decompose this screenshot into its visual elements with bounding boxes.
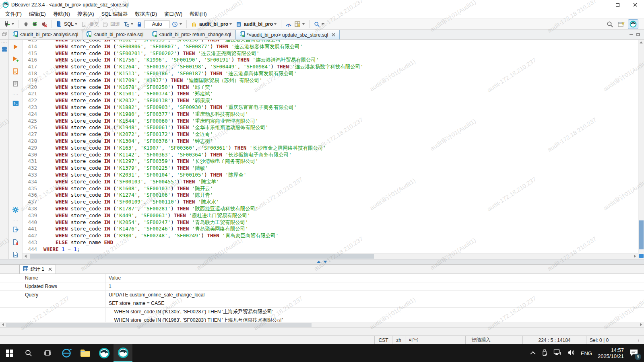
editor-vscrollbar[interactable] [638, 40, 644, 259]
result-row[interactable]: SET store_name = CASE [0, 299, 644, 308]
menu-item[interactable]: 数据库(D) [131, 11, 161, 18]
sql-dropdown-caret[interactable] [75, 23, 77, 25]
transaction-mode-icon[interactable] [122, 20, 130, 29]
editor-tab[interactable]: *<audit_bi_pro> update_sbz_store.sql [235, 30, 340, 39]
result-row[interactable]: WHEN store_code IN ('K1305', 'SF00287') … [0, 308, 644, 316]
connect-dropdown-caret[interactable] [12, 23, 14, 25]
database-caret[interactable] [274, 23, 277, 25]
scroll-right-icon[interactable] [634, 255, 636, 258]
user-avatar[interactable] [628, 19, 638, 29]
menu-item[interactable]: 窗口(W) [161, 11, 186, 18]
layout-caret[interactable] [302, 23, 305, 25]
internet-explorer-button[interactable] [57, 344, 76, 362]
menu-item[interactable]: 文件(F) [2, 11, 25, 18]
rollback-button[interactable]: 回滚 [109, 21, 121, 28]
database-navigator-icon[interactable] [1, 46, 8, 54]
restore-panel-icon[interactable] [2, 32, 7, 37]
notification-center-button[interactable]: 9 [630, 349, 638, 358]
scroll-up-icon[interactable] [640, 41, 643, 43]
hscroll-thumb[interactable] [30, 254, 374, 259]
lock-icon[interactable] [135, 20, 144, 29]
splitter-up-icon[interactable] [317, 261, 321, 263]
menu-item[interactable]: SQL 编辑器 [98, 11, 132, 18]
clock[interactable]: 14:57 2025/10/21 [598, 347, 624, 359]
connect-button[interactable] [2, 20, 11, 29]
sql-console-icon[interactable] [12, 101, 19, 107]
status-caret-position[interactable]: 224 : 5 : 14184 [522, 336, 586, 344]
splitter-down-icon[interactable] [323, 261, 327, 263]
search-icon[interactable] [605, 20, 614, 29]
execute-statement-icon[interactable] [12, 44, 19, 51]
task-view-button[interactable] [38, 344, 57, 362]
tab-statistics[interactable]: 统计 1 [19, 265, 56, 274]
execute-new-tab-icon[interactable] [12, 56, 19, 64]
disconnect-button[interactable] [22, 20, 31, 29]
result-name: Updated Rows [22, 282, 105, 290]
results-scroll-right-icon[interactable] [640, 323, 642, 326]
file-error-icon[interactable] [12, 239, 19, 247]
close-button[interactable] [626, 0, 644, 10]
explain-plan-icon[interactable] [12, 81, 19, 88]
usb-device-icon[interactable] [541, 349, 548, 358]
connection-caret[interactable] [229, 23, 232, 25]
maximize-view-icon[interactable] [636, 33, 640, 36]
results-hscrollbar[interactable] [0, 322, 644, 327]
menu-item[interactable]: 编辑(E) [25, 11, 50, 18]
transaction-dropdown-caret[interactable] [131, 23, 133, 25]
commit-mode-select[interactable]: Auto [144, 20, 169, 28]
export-result-icon[interactable] [12, 226, 19, 234]
file-explorer-button[interactable] [76, 344, 95, 362]
transaction-log-caret[interactable] [180, 23, 182, 25]
network-icon[interactable] [553, 349, 561, 357]
reconnect-button[interactable] [31, 20, 39, 29]
editor-tab[interactable]: <audit_bi_pro> return_change.sql [148, 30, 235, 39]
column-header-name[interactable]: Name [22, 274, 105, 282]
code-text: WHEN store_code IN ('SF00109', 'SF00110'… [43, 199, 219, 205]
input-language[interactable]: ENG [581, 350, 592, 356]
result-row[interactable]: Updated Rows1 [0, 282, 644, 291]
panel-splitter[interactable] [0, 259, 644, 265]
results-hscroll-thumb[interactable] [6, 323, 312, 327]
start-button[interactable] [0, 344, 19, 362]
quick-search-caret[interactable] [322, 23, 324, 25]
minimize-view-icon[interactable] [630, 34, 633, 35]
layout-grid-icon[interactable] [293, 20, 302, 29]
menu-item[interactable]: 搜索(A) [74, 11, 98, 18]
dbeaver-taskbar-button[interactable] [95, 344, 114, 362]
taskbar-search-button[interactable] [19, 344, 38, 362]
menu-item[interactable]: 导航(N) [50, 11, 74, 18]
database-selector[interactable]: audit_bi_pro [234, 20, 278, 29]
abort-connection-button[interactable] [39, 20, 48, 29]
minimize-button[interactable] [591, 0, 609, 10]
maximize-button[interactable] [609, 0, 626, 10]
result-row[interactable]: QueryUPDATE custom_online_sale_change_lo… [0, 291, 644, 299]
connection-name: audit_bi_pro [198, 21, 229, 27]
results-scroll-left-icon[interactable] [2, 323, 4, 326]
close-tab-icon[interactable] [332, 33, 335, 37]
connection-selector[interactable]: audit_bi_pro [190, 20, 233, 29]
editor-tab[interactable]: <audit_bi_pro> analysis.sql [9, 30, 83, 39]
vscroll-thumb[interactable] [639, 220, 644, 249]
sql-button-label[interactable]: SQL [63, 21, 74, 27]
tray-expand-icon[interactable] [530, 350, 536, 356]
execute-script-icon[interactable] [12, 68, 19, 76]
commit-button[interactable]: 提交 [89, 21, 100, 28]
transaction-log-icon[interactable] [170, 20, 179, 29]
scroll-left-icon[interactable] [25, 255, 27, 258]
open-perspective-icon[interactable] [617, 20, 625, 29]
close-statistics-tab-icon[interactable] [48, 267, 52, 271]
volume-icon[interactable] [567, 349, 575, 357]
sql-editor[interactable]: 413 WHEN store_code IN ('K162', 'SF00195… [23, 40, 638, 253]
menu-item[interactable]: 帮助(H) [186, 11, 210, 18]
performance-gauge-icon[interactable] [284, 20, 293, 29]
line-number: 427 [23, 131, 37, 138]
column-header-value[interactable]: Value [105, 274, 644, 282]
settings-gear-icon[interactable] [12, 206, 19, 214]
dbeaver-taskbar-button-active[interactable] [114, 344, 132, 362]
sql-editor-icon[interactable] [54, 20, 63, 29]
editor-hscrollbar[interactable] [23, 253, 638, 259]
file-variables-icon[interactable] [12, 251, 19, 259]
editor-tab[interactable]: <audit_bi_pro> sale.sql [83, 30, 148, 39]
quick-search-icon[interactable] [312, 20, 321, 29]
clock-time: 14:57 [598, 347, 624, 353]
